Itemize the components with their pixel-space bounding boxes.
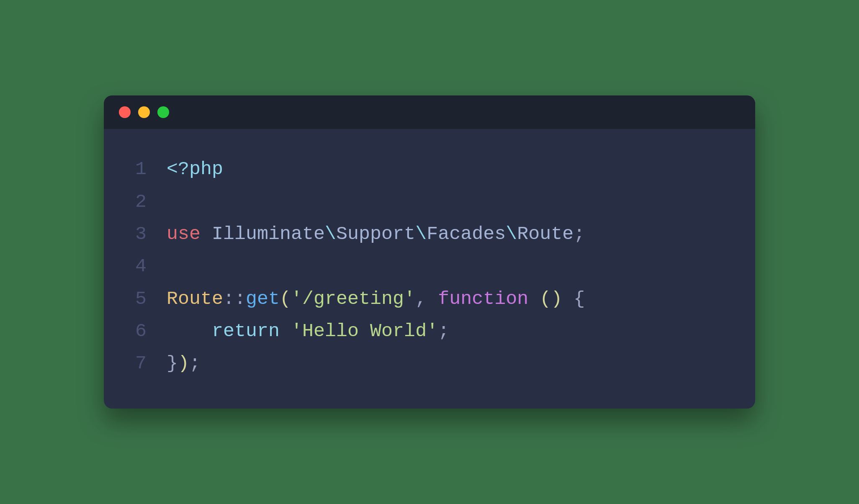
line-number: 3 — [122, 218, 147, 250]
line-number: 6 — [122, 315, 147, 347]
namespace-separator: \ — [506, 224, 517, 245]
paren-open: ( — [280, 288, 291, 310]
code-line: 6 return 'Hello World'; — [122, 315, 737, 347]
scope-operator: :: — [223, 288, 246, 310]
window-minimize-icon[interactable] — [138, 106, 150, 118]
code-line: 5 Route::get('/greeting', function () { — [122, 283, 737, 315]
line-number: 5 — [122, 283, 147, 315]
line-number: 4 — [122, 250, 147, 283]
code-line: 1 <?php — [122, 153, 737, 185]
line-number: 2 — [122, 186, 147, 218]
namespace-separator: \ — [415, 224, 427, 245]
namespace-part: Facades — [427, 224, 506, 245]
code-editor-window: 1 <?php 2 3 use Illuminate\Support\Facad… — [104, 95, 755, 409]
line-number: 7 — [122, 347, 147, 380]
code-content: Route::get('/greeting', function () { — [147, 283, 585, 315]
line-number: 1 — [122, 153, 147, 185]
code-content: }); — [147, 347, 201, 380]
php-open-tag: <?php — [167, 159, 223, 180]
code-line: 4 — [122, 250, 737, 283]
code-content: return 'Hello World'; — [147, 315, 449, 347]
semicolon: ; — [189, 353, 201, 374]
comma: , — [415, 288, 427, 310]
keyword-function: function — [438, 288, 528, 310]
code-content — [147, 250, 167, 283]
brace-close: } — [167, 353, 178, 374]
paren-close: ) — [551, 288, 562, 310]
semicolon: ; — [574, 224, 585, 245]
code-content: use Illuminate\Support\Facades\Route; — [147, 218, 585, 250]
namespace-separator: \ — [325, 224, 336, 245]
code-line: 2 — [122, 186, 737, 218]
window-maximize-icon[interactable] — [157, 106, 169, 118]
namespace-part: Support — [336, 224, 415, 245]
keyword-use: use — [167, 224, 201, 245]
window-titlebar — [104, 95, 755, 129]
window-close-icon[interactable] — [119, 106, 131, 118]
semicolon: ; — [438, 321, 449, 342]
namespace-part: Illuminate — [212, 224, 325, 245]
namespace-part: Route — [517, 224, 574, 245]
class-name: Route — [167, 288, 223, 310]
keyword-return: return — [212, 321, 280, 342]
code-line: 7 }); — [122, 347, 737, 380]
string-literal: 'Hello World' — [291, 321, 438, 342]
code-content — [147, 186, 167, 218]
paren-open: ( — [540, 288, 551, 310]
method-name: get — [246, 288, 280, 310]
string-literal: '/greeting' — [291, 288, 415, 310]
code-area[interactable]: 1 <?php 2 3 use Illuminate\Support\Facad… — [104, 129, 755, 409]
brace-open: { — [574, 288, 585, 310]
code-line: 3 use Illuminate\Support\Facades\Route; — [122, 218, 737, 250]
code-content: <?php — [147, 153, 223, 185]
paren-close: ) — [178, 353, 189, 374]
